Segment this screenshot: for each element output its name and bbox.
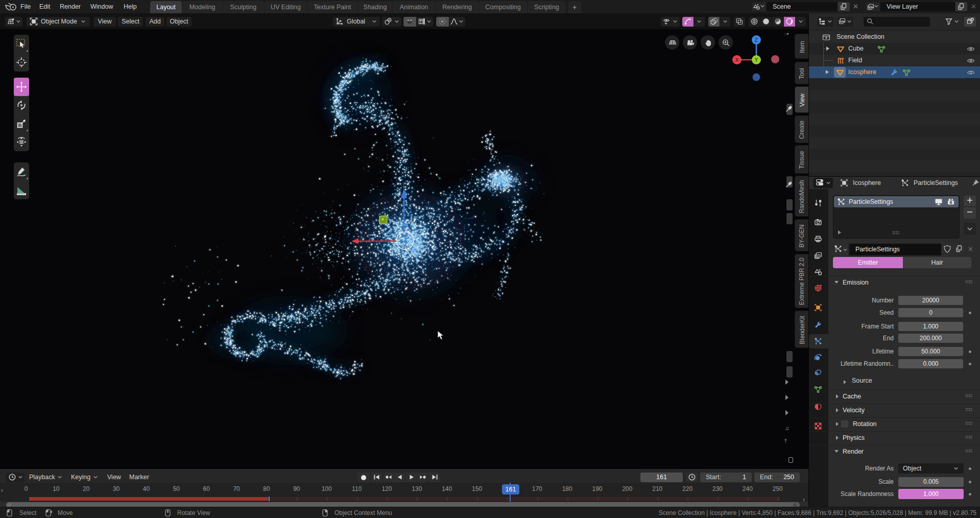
svg-text:Y: Y xyxy=(754,57,758,63)
svg-text:X: X xyxy=(735,57,738,63)
svg-text:Z: Z xyxy=(755,37,758,43)
